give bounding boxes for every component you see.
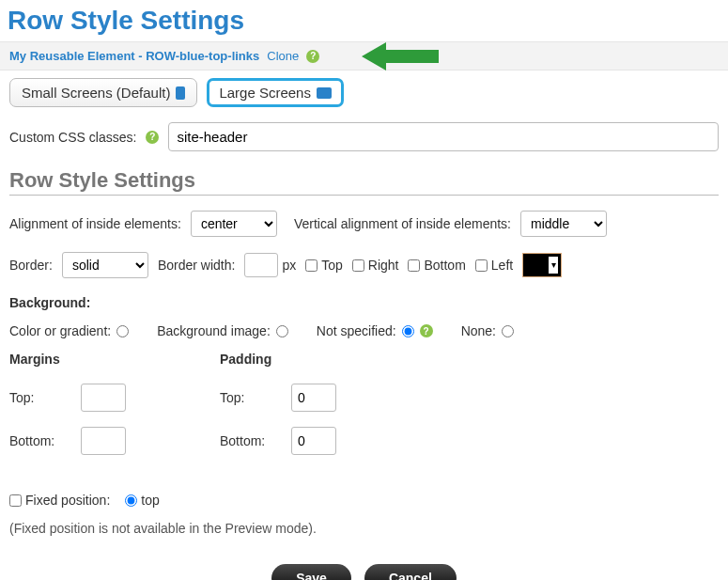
- alignment-label: Alignment of inside elements:: [9, 216, 181, 231]
- border-bottom-checkbox[interactable]: [408, 259, 420, 272]
- help-icon[interactable]: ?: [146, 131, 159, 144]
- padding-heading: Padding: [220, 352, 336, 367]
- annotation-arrow: [362, 40, 439, 72]
- background-heading: Background:: [9, 295, 719, 310]
- fixed-top-label: top: [141, 493, 159, 508]
- border-top-label: Top: [321, 258, 343, 273]
- margin-top-label: Top:: [9, 390, 62, 405]
- css-classes-input[interactable]: [168, 122, 719, 151]
- border-width-label: Border width:: [158, 258, 235, 273]
- alignment-select[interactable]: center: [191, 211, 277, 237]
- margin-top-input[interactable]: [81, 384, 126, 412]
- tab-label: Small Screens (Default): [22, 85, 170, 101]
- bg-not-specified-radio[interactable]: [402, 325, 414, 337]
- fixed-position-label: Fixed position:: [25, 493, 110, 508]
- tab-small-screens[interactable]: Small Screens (Default): [9, 78, 197, 107]
- breadcrumb: My Reusable Element - ROW-blue-top-links…: [0, 41, 728, 71]
- bg-none-radio[interactable]: [502, 325, 514, 337]
- border-right-checkbox[interactable]: [352, 259, 364, 272]
- fixed-position-note: (Fixed position is not available in the …: [9, 521, 719, 536]
- help-icon[interactable]: ?: [420, 324, 433, 337]
- px-unit: px: [282, 258, 296, 273]
- cancel-button[interactable]: Cancel: [364, 564, 457, 580]
- monitor-icon: [317, 87, 332, 99]
- fixed-top-radio[interactable]: [125, 494, 137, 507]
- border-color-picker[interactable]: [522, 253, 562, 277]
- clone-link[interactable]: Clone: [267, 49, 299, 63]
- vertical-alignment-label: Vertical alignment of inside elements:: [294, 216, 511, 231]
- padding-bottom-label: Bottom:: [220, 433, 272, 448]
- help-icon[interactable]: ?: [306, 50, 319, 63]
- bg-none-label: None:: [461, 323, 496, 338]
- border-right-label: Right: [368, 258, 399, 273]
- bg-color-gradient-radio[interactable]: [116, 325, 129, 337]
- bg-image-label: Background image:: [157, 323, 271, 338]
- margin-bottom-input[interactable]: [81, 427, 126, 455]
- page-title: Row Style Settings: [0, 0, 728, 41]
- padding-top-input[interactable]: [291, 384, 336, 412]
- screen-tabs: Small Screens (Default) Large Screens: [0, 71, 728, 115]
- border-left-label: Left: [491, 258, 513, 273]
- save-button[interactable]: Save: [271, 564, 351, 580]
- element-name: My Reusable Element - ROW-blue-top-links: [9, 49, 259, 63]
- border-bottom-label: Bottom: [424, 258, 465, 273]
- bg-not-specified-label: Not specified:: [317, 323, 396, 338]
- margin-bottom-label: Bottom:: [9, 433, 62, 448]
- phone-icon: [176, 86, 185, 100]
- bg-color-gradient-label: Color or gradient:: [9, 323, 111, 338]
- border-label: Border:: [9, 258, 53, 273]
- padding-bottom-input[interactable]: [291, 427, 336, 455]
- padding-top-label: Top:: [220, 390, 272, 405]
- fixed-position-checkbox[interactable]: [9, 494, 22, 507]
- tab-label: Large Screens: [219, 85, 311, 101]
- border-width-input[interactable]: [244, 253, 278, 277]
- bg-image-radio[interactable]: [276, 325, 288, 337]
- svg-marker-0: [362, 42, 439, 71]
- margins-heading: Margins: [9, 352, 126, 367]
- tab-large-screens[interactable]: Large Screens: [207, 78, 344, 107]
- css-classes-label: Custom CSS classes:: [9, 130, 136, 145]
- vertical-alignment-select[interactable]: middle: [520, 211, 607, 237]
- border-left-checkbox[interactable]: [475, 259, 488, 272]
- border-style-select[interactable]: solid: [62, 252, 148, 278]
- section-title: Row Style Settings: [9, 168, 719, 196]
- border-top-checkbox[interactable]: [305, 259, 318, 272]
